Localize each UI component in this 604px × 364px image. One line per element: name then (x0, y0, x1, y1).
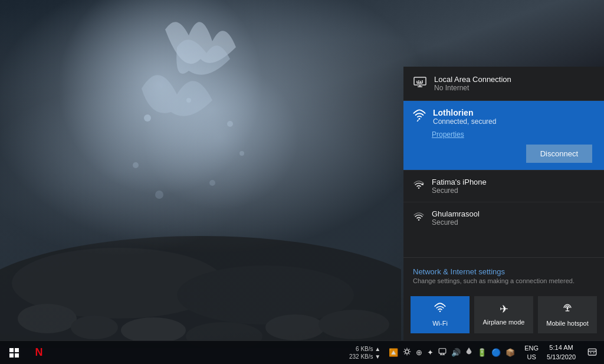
region-code: US (527, 353, 536, 361)
network-flyout: Local Area Connection No Internet Lothlo… (403, 67, 604, 340)
disconnect-row: Disconnect (413, 145, 595, 163)
quick-wifi-button[interactable]: Wi-Fi (411, 296, 470, 333)
tray-network[interactable] (437, 347, 448, 358)
tray-compass[interactable]: ⊕ (415, 348, 424, 357)
tray-bluetooth[interactable]: 🔵 (490, 348, 502, 357)
clock[interactable]: 5:14 AM 5/13/2020 (542, 341, 580, 365)
connected-wifi-status: Connected, secured (433, 117, 496, 126)
tray-location[interactable]: ✦ (426, 348, 435, 357)
ethernet-icon (413, 75, 427, 92)
wifi-secure-icon-1 (413, 211, 425, 225)
connected-wifi-name: Lothlorien (433, 108, 496, 117)
quick-hotspot-label: Mobile hotspot (546, 319, 589, 327)
tray-show-hidden[interactable]: 🔼 (388, 348, 399, 357)
quick-hotspot-icon (562, 302, 573, 317)
netflix-taskbar-icon[interactable]: N (27, 341, 51, 365)
tray-dropbox[interactable]: 📦 (504, 348, 516, 357)
start-button[interactable] (2, 341, 26, 365)
lan-text-container: Local Area Connection No Internet (434, 75, 511, 92)
notification-center-button[interactable] (580, 341, 604, 365)
quick-airplane-icon: ✈ (500, 303, 508, 316)
quick-wifi-label: Wi-Fi (432, 319, 448, 327)
quick-actions-row: Wi-Fi ✈ Airplane mode Mobile hotspot (403, 291, 604, 340)
system-tray: 🔼 ⊕ ✦ 🔊 (383, 341, 521, 365)
wifi-network-item-1[interactable]: Ghulamrasool Secured (403, 202, 604, 234)
connected-wifi-header: Lothlorien Connected, secured (413, 108, 595, 126)
wifi-properties-link[interactable]: Properties (413, 130, 595, 139)
time-display: 5:14 AM (549, 343, 573, 352)
svg-point-27 (439, 310, 441, 312)
netflix-letter: N (35, 346, 43, 359)
taskbar-right: 6 KB/s ▲ 232 KB/s ▼ 🔼 ⊕ ✦ (347, 341, 604, 365)
svg-rect-30 (15, 348, 19, 352)
svg-point-33 (405, 350, 409, 353)
svg-point-26 (418, 219, 420, 221)
quick-hotspot-button[interactable]: Mobile hotspot (538, 296, 597, 333)
svg-rect-31 (9, 353, 14, 358)
quick-wifi-icon (434, 302, 446, 317)
network-settings-desc: Change settings, such as making a connec… (413, 277, 595, 284)
quick-airplane-label: Airplane mode (483, 318, 525, 326)
wifi-network-name-1: Ghulamrasool (432, 209, 480, 218)
network-speed: 6 KB/s ▲ 232 KB/s ▼ (347, 345, 383, 360)
water-splash-overlay (0, 0, 401, 342)
svg-rect-34 (439, 349, 446, 353)
network-settings-title[interactable]: Network & Internet settings (413, 267, 595, 276)
tray-brightness[interactable] (402, 347, 412, 358)
svg-point-24 (419, 118, 421, 120)
svg-rect-16 (414, 77, 426, 85)
svg-rect-29 (9, 348, 14, 352)
download-speed: 232 KB/s ▼ (349, 353, 380, 360)
wifi-network-text-1: Ghulamrasool Secured (432, 209, 480, 227)
disconnect-button[interactable]: Disconnect (526, 145, 592, 163)
lan-name: Local Area Connection (434, 75, 511, 84)
wifi-network-name-0: Fatima's iPhone (432, 178, 487, 186)
language-region[interactable]: ENG US (521, 341, 542, 365)
svg-rect-38 (588, 349, 596, 355)
flyout-spacer (403, 234, 604, 245)
svg-rect-32 (15, 353, 19, 358)
date-display: 5/13/2020 (547, 353, 576, 362)
connected-wifi-item[interactable]: Lothlorien Connected, secured Properties… (403, 101, 604, 170)
wifi-network-item-0[interactable]: Fatima's iPhone Secured (403, 170, 604, 202)
upload-speed: 6 KB/s ▲ (356, 345, 380, 353)
lan-connection-item[interactable]: Local Area Connection No Internet (403, 67, 604, 101)
wifi-network-text-0: Fatima's iPhone Secured (432, 178, 487, 195)
taskbar-left: N (0, 341, 51, 365)
wifi-connected-icon (413, 109, 426, 124)
wifi-network-status-0: Secured (432, 186, 487, 195)
quick-airplane-button[interactable]: ✈ Airplane mode (474, 296, 533, 333)
tray-droplet[interactable] (464, 347, 474, 358)
network-settings-section[interactable]: Network & Internet settings Change setti… (403, 257, 604, 291)
wifi-secure-icon-0 (413, 179, 425, 194)
svg-point-25 (418, 187, 420, 189)
language-code: ENG (524, 344, 539, 352)
lan-status: No Internet (434, 84, 511, 92)
wifi-network-status-1: Secured (432, 218, 480, 227)
taskbar: N 6 KB/s ▲ 232 KB/s ▼ 🔼 ⊕ ✦ (0, 340, 604, 364)
tray-volume[interactable]: 🔊 (450, 348, 462, 357)
tray-battery[interactable]: 🔋 (476, 348, 488, 357)
connected-wifi-text: Lothlorien Connected, secured (433, 108, 496, 126)
